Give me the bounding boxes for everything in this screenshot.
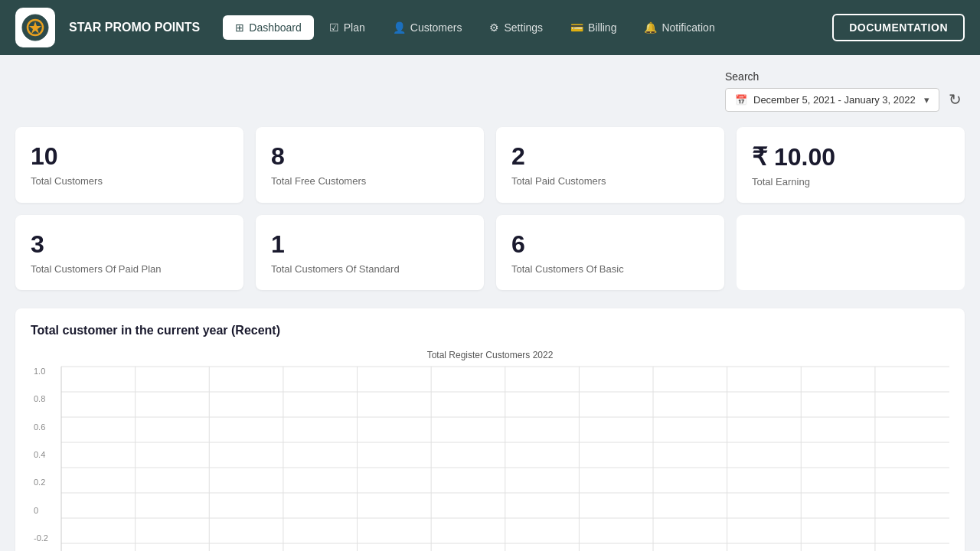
stat-card-total-earning: ₹ 10.00 Total Earning: [737, 127, 965, 203]
dashboard-icon: ⊞: [235, 21, 244, 34]
chart-area: 1.0 0.8 0.6 0.4 0.2 0 -0.2: [61, 367, 949, 551]
stat-label: Total Customers Of Standard: [271, 263, 469, 275]
y-label-0.8: 0.8: [34, 394, 48, 403]
stat-card-paid-plan: 3 Total Customers Of Paid Plan: [15, 215, 243, 290]
chevron-down-icon: ▾: [924, 94, 929, 106]
plan-icon: ☑: [329, 21, 339, 34]
nav-billing[interactable]: 💳 Billing: [558, 15, 629, 40]
billing-icon: 💳: [570, 21, 583, 34]
search-group: Search 📅 December 5, 2021 - January 3, 2…: [725, 70, 965, 112]
nav-settings[interactable]: ⚙ Settings: [477, 15, 555, 40]
stat-label: Total Customers Of Paid Plan: [31, 263, 228, 275]
stats-row-1: 10 Total Customers 8 Total Free Customer…: [15, 127, 965, 203]
y-axis: 1.0 0.8 0.6 0.4 0.2 0 -0.2: [34, 367, 48, 543]
nav-dashboard[interactable]: ⊞ Dashboard: [223, 15, 314, 40]
stat-label: Total Earning: [752, 176, 949, 187]
logo-box: [15, 8, 55, 47]
y-label-neg0.2: -0.2: [34, 533, 48, 543]
notification-icon: 🔔: [644, 21, 657, 34]
stat-card-total-customers: 10 Total Customers: [15, 127, 243, 203]
search-row: Search 📅 December 5, 2021 - January 3, 2…: [15, 70, 965, 112]
nav-links: ⊞ Dashboard ☑ Plan 👤 Customers ⚙ Setting…: [223, 15, 825, 40]
chart-section: Total customer in the current year (Rece…: [15, 308, 965, 551]
stat-card-total-paid: 2 Total Paid Customers: [496, 127, 724, 203]
y-label-0.4: 0.4: [34, 450, 48, 459]
stat-number: 10: [31, 142, 228, 171]
stat-number: ₹ 10.00: [752, 142, 949, 171]
y-label-0: 0: [34, 506, 48, 515]
stat-card-basic: 6 Total Customers Of Basic: [496, 215, 724, 290]
search-input-row: 📅 December 5, 2021 - January 3, 2022 ▾ ↻: [725, 87, 965, 112]
chart-section-title: Total customer in the current year (Rece…: [31, 324, 949, 337]
nav-customers[interactable]: 👤 Customers: [381, 15, 475, 40]
y-label-0.2: 0.2: [34, 478, 48, 487]
chart-svg: [61, 367, 949, 551]
stat-card-total-free: 8 Total Free Customers: [256, 127, 484, 203]
y-label-1.0: 1.0: [34, 367, 48, 376]
stat-label: Total Paid Customers: [511, 175, 709, 187]
main-content: Search 📅 December 5, 2021 - January 3, 2…: [0, 55, 980, 551]
refresh-button[interactable]: ↻: [946, 87, 965, 112]
stat-number: 8: [271, 142, 469, 171]
stat-number: 6: [511, 230, 709, 259]
chart-wrapper: 1.0 0.8 0.6 0.4 0.2 0 -0.2: [31, 367, 949, 551]
stat-number: 2: [511, 142, 709, 171]
customers-icon: 👤: [393, 21, 406, 34]
documentation-button[interactable]: DOCUMENTATION: [832, 14, 965, 41]
nav-notification[interactable]: 🔔 Notification: [632, 15, 727, 40]
refresh-icon: ↻: [949, 91, 962, 108]
stats-row-2: 3 Total Customers Of Paid Plan 1 Total C…: [15, 215, 965, 290]
date-range-value: December 5, 2021 - January 3, 2022: [753, 94, 916, 106]
date-range-input[interactable]: 📅 December 5, 2021 - January 3, 2022 ▾: [725, 88, 939, 112]
logo-icon: [21, 14, 49, 41]
calendar-icon: 📅: [735, 94, 747, 106]
y-label-0.6: 0.6: [34, 422, 48, 432]
settings-icon: ⚙: [489, 21, 499, 34]
search-label: Search: [725, 70, 965, 83]
stat-label: Total Free Customers: [271, 175, 469, 187]
stat-card-empty: [737, 215, 965, 290]
stat-label: Total Customers Of Basic: [511, 263, 709, 275]
stat-label: Total Customers: [31, 175, 228, 187]
brand-name: STAR PROMO POINTS: [69, 21, 200, 34]
stat-card-standard: 1 Total Customers Of Standard: [256, 215, 484, 290]
nav-plan[interactable]: ☑ Plan: [317, 15, 377, 40]
stat-number: 1: [271, 230, 469, 259]
chart-inner-title: Total Register Customers 2022: [31, 350, 949, 360]
stat-number: 3: [31, 230, 228, 259]
navbar: STAR PROMO POINTS ⊞ Dashboard ☑ Plan 👤 C…: [0, 0, 980, 55]
